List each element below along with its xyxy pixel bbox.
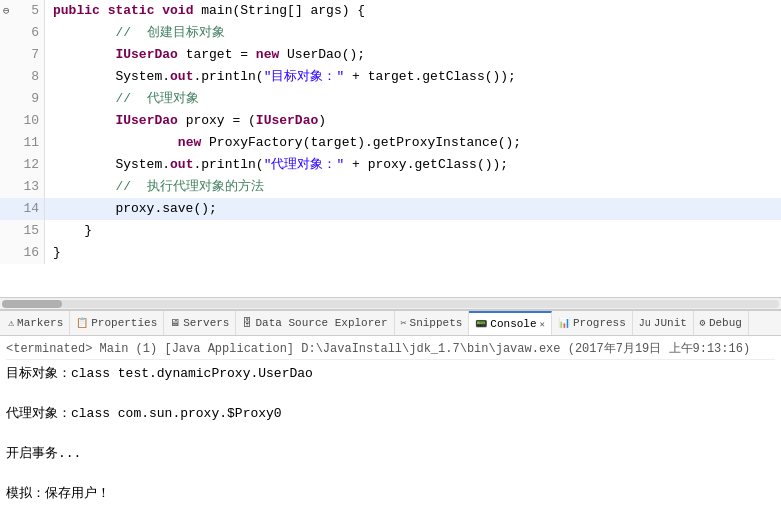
editor-area: ⊖ 5 public static void main(String[] arg… bbox=[0, 0, 781, 310]
progress-icon: 📊 bbox=[558, 317, 570, 329]
line-number-container-15: 15 bbox=[0, 220, 45, 242]
console-header: <terminated> Main (1) [Java Application]… bbox=[6, 340, 775, 360]
markers-icon: ⚠ bbox=[8, 317, 14, 329]
code-line-6: 6 // 创建目标对象 bbox=[0, 22, 781, 44]
string-8: "目标对象：" bbox=[264, 69, 345, 84]
code-line-12: 12 System.out.println("代理对象：" + proxy.ge… bbox=[0, 154, 781, 176]
line-num-6: 6 bbox=[3, 22, 44, 44]
servers-icon: 🖥 bbox=[170, 317, 180, 329]
code-line-14: 14 proxy.save(); bbox=[0, 198, 781, 220]
line-content-11: new ProxyFactory(target).getProxyInstanc… bbox=[45, 132, 521, 154]
line-number-container-13: 13 bbox=[0, 176, 45, 198]
line-content-7: IUserDao target = new UserDao(); bbox=[45, 44, 365, 66]
tab-markers[interactable]: ⚠ Markers bbox=[2, 311, 70, 335]
tab-debug-label: Debug bbox=[709, 317, 742, 329]
tab-bar: ⚠ Markers 📋 Properties 🖥 Servers 🗄 Data … bbox=[0, 310, 781, 336]
tab-debug[interactable]: ⚙ Debug bbox=[694, 311, 749, 335]
line-num-13: 13 bbox=[3, 176, 44, 198]
kw-static: static bbox=[108, 3, 155, 18]
type-iuserdao-7: IUserDao bbox=[115, 47, 177, 62]
line-number-container-5: ⊖ 5 bbox=[0, 0, 45, 22]
comment-13: // 执行代理对象的方法 bbox=[53, 179, 264, 194]
line-num-11: 11 bbox=[3, 132, 44, 154]
tab-markers-label: Markers bbox=[17, 317, 63, 329]
tab-servers-label: Servers bbox=[183, 317, 229, 329]
string-12: "代理对象：" bbox=[264, 157, 345, 172]
line-content-14: proxy.save(); bbox=[45, 198, 217, 220]
tab-console[interactable]: 📟 Console ✕ bbox=[469, 311, 552, 335]
code-line-7: 7 IUserDao target = new UserDao(); bbox=[0, 44, 781, 66]
console-close[interactable]: ✕ bbox=[540, 319, 545, 330]
code-line-9: 9 // 代理对象 bbox=[0, 88, 781, 110]
line-num-10: 10 bbox=[3, 110, 44, 132]
line-number-container-8: 8 bbox=[0, 66, 45, 88]
kw-public: public bbox=[53, 3, 100, 18]
line-content-12: System.out.println("代理对象：" + proxy.getCl… bbox=[45, 154, 508, 176]
line-num-14: 14 bbox=[3, 198, 44, 220]
tab-snippets-label: Snippets bbox=[410, 317, 463, 329]
line-content-6: // 创建目标对象 bbox=[45, 22, 225, 44]
scrollbar-track bbox=[2, 300, 779, 308]
type-cast-10: IUserDao bbox=[256, 113, 318, 128]
line-number-container-9: 9 bbox=[0, 88, 45, 110]
tab-junit[interactable]: Ju JUnit bbox=[633, 311, 694, 335]
debug-icon: ⚙ bbox=[700, 317, 706, 329]
kw-new-7: new bbox=[256, 47, 279, 62]
comment-6: // 创建目标对象 bbox=[53, 25, 225, 40]
code-line-13: 13 // 执行代理对象的方法 bbox=[0, 176, 781, 198]
console-line-2: 代理对象：class com.sun.proxy.$Proxy0 bbox=[6, 404, 775, 424]
tab-progress-label: Progress bbox=[573, 317, 626, 329]
line-content-5: public static void main(String[] args) { bbox=[45, 0, 365, 22]
code-line-10: 10 IUserDao proxy = (IUserDao) bbox=[0, 110, 781, 132]
line-num-12: 12 bbox=[3, 154, 44, 176]
console-area: <terminated> Main (1) [Java Application]… bbox=[0, 336, 781, 518]
arrow-5: ⊖ bbox=[0, 0, 10, 22]
type-iuserdao-10: IUserDao bbox=[115, 113, 177, 128]
properties-icon: 📋 bbox=[76, 317, 88, 329]
scrollbar-thumb bbox=[2, 300, 62, 308]
code-line-11: 11 new ProxyFactory(target).getProxyInst… bbox=[0, 132, 781, 154]
line-num-9: 9 bbox=[3, 88, 44, 110]
code-line-16: 16 } bbox=[0, 242, 781, 264]
datasource-icon: 🗄 bbox=[242, 317, 252, 329]
tab-snippets[interactable]: ✂ Snippets bbox=[395, 311, 470, 335]
console-line-3: 开启事务... bbox=[6, 444, 775, 464]
console-icon: 📟 bbox=[475, 318, 487, 330]
line-number-container-10: 10 bbox=[0, 110, 45, 132]
line-num-8: 8 bbox=[3, 66, 44, 88]
line-content-8: System.out.println("目标对象：" + target.getC… bbox=[45, 66, 516, 88]
line-num-7: 7 bbox=[3, 44, 44, 66]
tab-data-source-explorer[interactable]: 🗄 Data Source Explorer bbox=[236, 311, 394, 335]
line-num-16: 16 bbox=[3, 242, 44, 264]
console-line-4: 模拟：保存用户！ bbox=[6, 484, 775, 504]
code-line-5: ⊖ 5 public static void main(String[] arg… bbox=[0, 0, 781, 22]
line-number-container-6: 6 bbox=[0, 22, 45, 44]
line-number-container-16: 16 bbox=[0, 242, 45, 264]
line-number-container-11: 11 bbox=[0, 132, 45, 154]
line-num-5: 5 bbox=[10, 0, 44, 22]
line-content-9: // 代理对象 bbox=[45, 88, 199, 110]
kw-new-11: new bbox=[178, 135, 201, 150]
out-field-8: out bbox=[170, 69, 193, 84]
line-content-13: // 执行代理对象的方法 bbox=[45, 176, 264, 198]
junit-icon: Ju bbox=[639, 318, 651, 329]
console-output: 目标对象：class test.dynamicProxy.UserDao 代理对… bbox=[6, 364, 775, 518]
line-num-15: 15 bbox=[3, 220, 44, 242]
tab-progress[interactable]: 📊 Progress bbox=[552, 311, 633, 335]
tab-datasource-label: Data Source Explorer bbox=[255, 317, 387, 329]
line-number-container-14: 14 bbox=[0, 198, 45, 220]
tab-properties[interactable]: 📋 Properties bbox=[70, 311, 164, 335]
kw-void: void bbox=[162, 3, 193, 18]
line-content-10: IUserDao proxy = (IUserDao) bbox=[45, 110, 326, 132]
code-line-8: 8 System.out.println("目标对象：" + target.ge… bbox=[0, 66, 781, 88]
code-line-15: 15 } bbox=[0, 220, 781, 242]
editor-scrollbar[interactable] bbox=[0, 297, 781, 309]
tab-properties-label: Properties bbox=[91, 317, 157, 329]
code-lines: ⊖ 5 public static void main(String[] arg… bbox=[0, 0, 781, 264]
bottom-section: <terminated> Main (1) [Java Application]… bbox=[0, 336, 781, 506]
out-field-12: out bbox=[170, 157, 193, 172]
line-number-container-12: 12 bbox=[0, 154, 45, 176]
tab-console-label: Console bbox=[490, 318, 536, 330]
comment-9: // 代理对象 bbox=[53, 91, 199, 106]
tab-servers[interactable]: 🖥 Servers bbox=[164, 311, 236, 335]
